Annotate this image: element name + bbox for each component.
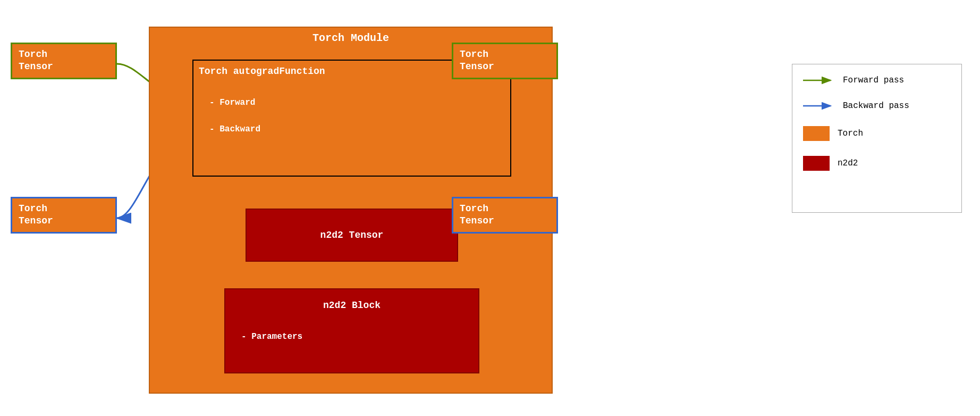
backward-arrow-icon bbox=[803, 101, 835, 111]
n2d2-tensor-box: n2d2 Tensor bbox=[246, 209, 458, 262]
autograd-backward-label: - Backward bbox=[209, 124, 260, 134]
legend-box: Forward pass Backward pass Torch n2d2 bbox=[792, 64, 962, 213]
tensor-bottom-left: TorchTensor bbox=[11, 197, 117, 234]
n2d2-block-box: n2d2 Block - Parameters bbox=[224, 288, 479, 373]
autograd-forward-label: - Forward bbox=[209, 98, 255, 107]
n2d2-label: n2d2 bbox=[838, 159, 858, 168]
legend-forward: Forward pass bbox=[803, 75, 951, 86]
autograd-title: Torch autogradFunction bbox=[199, 66, 325, 77]
legend-torch: Torch bbox=[803, 126, 951, 141]
tensor-top-left: TorchTensor bbox=[11, 43, 117, 79]
n2d2-block-params: - Parameters bbox=[241, 332, 302, 342]
backward-label: Backward pass bbox=[843, 101, 909, 111]
forward-label: Forward pass bbox=[843, 76, 904, 85]
torch-label: Torch bbox=[838, 129, 863, 138]
tensor-bottom-right: TorchTensor bbox=[452, 197, 558, 234]
n2d2-tensor-title: n2d2 Tensor bbox=[320, 230, 384, 240]
torch-color-box bbox=[803, 126, 830, 141]
legend-n2d2: n2d2 bbox=[803, 156, 951, 171]
legend-backward: Backward pass bbox=[803, 101, 951, 111]
tensor-top-right: TorchTensor bbox=[452, 43, 558, 79]
n2d2-block-title: n2d2 Block bbox=[323, 300, 381, 311]
n2d2-color-box bbox=[803, 156, 830, 171]
forward-arrow-icon bbox=[803, 75, 835, 86]
